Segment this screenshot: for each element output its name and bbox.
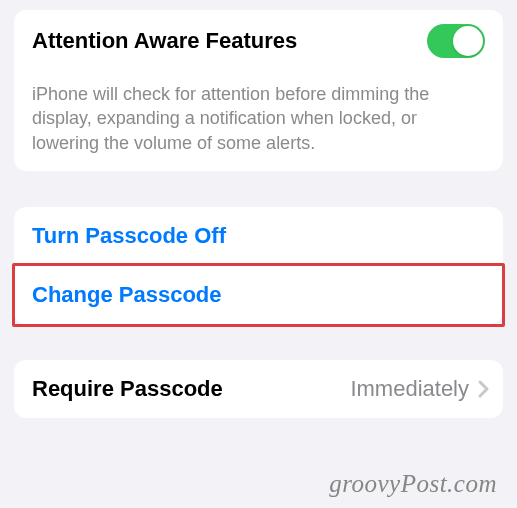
toggle-knob [453, 26, 483, 56]
watermark-text: groovyPost.com [329, 470, 497, 498]
change-passcode-button[interactable]: Change Passcode [14, 266, 503, 324]
attention-aware-section: Attention Aware Features iPhone will che… [14, 10, 503, 171]
passcode-actions-section: Turn Passcode Off Change Passcode [14, 207, 503, 324]
require-passcode-label: Require Passcode [32, 376, 350, 402]
attention-aware-description: iPhone will check for attention before d… [14, 72, 503, 171]
attention-aware-toggle[interactable] [427, 24, 485, 58]
passcode-actions-section-wrapper: Turn Passcode Off Change Passcode [14, 207, 503, 324]
chevron-right-icon [477, 379, 491, 399]
require-passcode-section: Require Passcode Immediately [14, 360, 503, 418]
attention-aware-title: Attention Aware Features [32, 28, 427, 54]
require-passcode-value: Immediately [350, 376, 469, 402]
require-passcode-row[interactable]: Require Passcode Immediately [14, 360, 503, 418]
attention-aware-row: Attention Aware Features [14, 10, 503, 72]
turn-passcode-off-button[interactable]: Turn Passcode Off [14, 207, 503, 266]
